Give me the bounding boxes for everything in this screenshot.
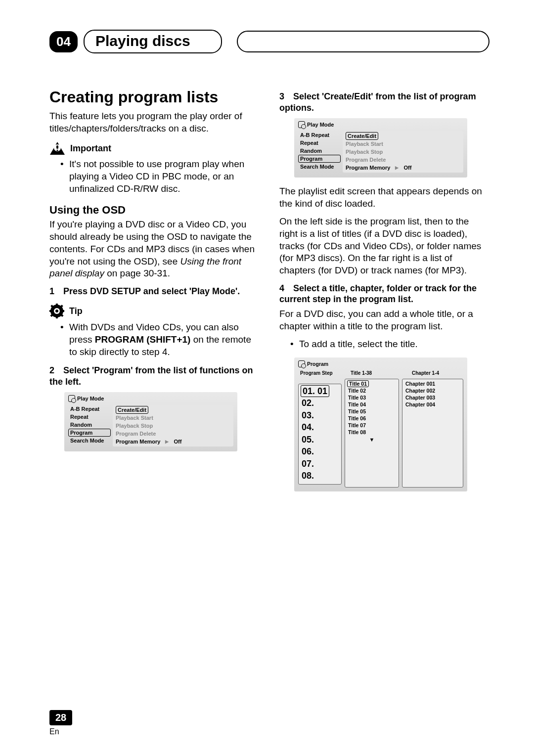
left-column: Creating program lists This feature lets… (49, 88, 260, 499)
step-4: 4Select a title, chapter, folder or trac… (279, 283, 490, 305)
page-footer: 28 En (49, 710, 72, 736)
program-step-item: 02. (301, 397, 339, 409)
osd-left-list: A-B RepeatRepeatRandomProgramSearch Mode (68, 405, 113, 446)
program-title-item: Title 04 (347, 401, 397, 408)
program-title-item: Title 01 (347, 380, 369, 387)
program-step-col: 01. 0102.03.04.05.06.07.08. (298, 384, 342, 485)
page-number: 28 (49, 710, 72, 725)
intro-text: This feature lets you program the play o… (49, 110, 260, 134)
osd-left-list: A-B RepeatRepeatRandomProgramSearch Mode (298, 131, 343, 173)
chapter-number-badge: 04 (49, 31, 78, 52)
step-3: 3Select 'Create/Edit' from the list of p… (279, 91, 490, 113)
header-empty-box (237, 31, 490, 52)
osd-left-item: A-B Repeat (68, 405, 111, 413)
program-title-item: Title 05 (347, 408, 397, 415)
chapter-header: 04 Playing discs (49, 30, 490, 53)
svg-point-3 (56, 150, 58, 151)
osd-left-item: Random (68, 421, 111, 429)
tip-body-bold: PROGRAM (SHIFT+1) (95, 334, 191, 345)
osd-left-item: Repeat (298, 139, 341, 147)
osd-right-item: Playback Stop (116, 422, 230, 430)
disc-icon (298, 121, 305, 128)
col-step-head: Program Step (300, 370, 344, 376)
language-code: En (49, 727, 72, 736)
svg-point-14 (55, 310, 58, 312)
after-osd-2: On the left side is the program list, th… (279, 216, 490, 276)
chapter-title: Playing discs (84, 30, 222, 53)
osd-right-item: Program Delete (346, 156, 460, 164)
step-2-text: Select 'Program' from the list of functi… (49, 365, 253, 387)
down-arrow-icon: ▼ (347, 437, 397, 443)
osd-left-item: Random (298, 147, 341, 155)
program-step-item: 04. (301, 421, 339, 434)
program-panel-title: Program (307, 361, 328, 367)
osd-left-item: Program (68, 429, 111, 437)
program-chapter-col: Chapter 001Chapter 002Chapter 003Chapter… (402, 379, 463, 488)
important-body: It's not possible to use program play wh… (69, 158, 260, 195)
svg-rect-8 (62, 310, 64, 312)
important-label: Important (70, 143, 111, 154)
osd-right-list: Create/EditPlayback StartPlayback StopPr… (343, 131, 463, 173)
osd-right-item: Program Delete (116, 430, 230, 438)
osd-body: If you're playing a DVD disc or a Video … (49, 219, 260, 279)
osd-left-item: Search Mode (68, 437, 111, 445)
osd-panel-right: Play Mode A-B RepeatRepeatRandomProgramS… (294, 118, 467, 178)
program-editor-panel: Program Program Step Title 1-38 Chapter … (294, 357, 467, 491)
program-title-col: Title 01Title 02Title 03Title 04Title 05… (345, 379, 399, 488)
step-3-text: Select 'Create/Edit' from the list of pr… (279, 91, 476, 113)
program-step-item: 05. (301, 434, 339, 446)
tip-body: With DVDs and Video CDs, you can also pr… (69, 321, 260, 358)
step-4-body: For a DVD disc, you can add a whole titl… (279, 308, 490, 332)
osd-program-memory: Program Memory▶Off (346, 164, 460, 172)
program-step-item: 01. 01 (301, 385, 329, 398)
osd-right-item: Playback Start (346, 140, 460, 148)
osd-body-part2: on page 30-31. (104, 268, 170, 278)
program-chapter-item: Chapter 004 (404, 401, 461, 408)
program-step-item: 07. (301, 458, 339, 470)
step-2: 2Select 'Program' from the list of funct… (49, 365, 260, 387)
program-chapter-item: Chapter 002 (404, 387, 461, 394)
program-title-item: Title 03 (347, 394, 397, 401)
col-title-head: Title 1-38 (351, 370, 405, 376)
right-column: 3Select 'Create/Edit' from the list of p… (279, 88, 490, 499)
osd-left-item: Search Mode (298, 163, 341, 171)
step-4-text: Select a title, chapter, folder or track… (279, 283, 477, 305)
program-title-item: Title 08 (347, 429, 397, 436)
osd-left-item: A-B Repeat (298, 131, 341, 139)
step-1: 1Press DVD SETUP and select 'Play Mode'. (49, 286, 260, 297)
disc-icon (68, 395, 75, 402)
warning-icon (49, 141, 65, 155)
osd-program-memory: Program Memory▶Off (116, 438, 230, 445)
osd-panel-left: Play Mode A-B RepeatRepeatRandomProgramS… (64, 392, 237, 451)
osd-right-list: Create/EditPlayback StartPlayback StopPr… (113, 405, 233, 446)
important-callout: Important (49, 141, 260, 155)
col-chapter-head: Chapter 1-4 (412, 370, 461, 376)
tip-callout: Tip (49, 304, 260, 318)
program-chapter-item: Chapter 003 (404, 394, 461, 401)
after-osd-1: The playlist edit screen that appears de… (279, 185, 490, 210)
osd-right-item: Create/Edit (116, 406, 148, 414)
program-step-item: 06. (301, 445, 339, 458)
svg-rect-6 (56, 316, 58, 318)
tip-label: Tip (69, 306, 83, 316)
program-title-item: Title 07 (347, 422, 397, 429)
program-step-item: 08. (301, 470, 339, 482)
step-4-bullet: To add a title, select the title. (299, 338, 490, 351)
svg-rect-5 (56, 304, 58, 306)
osd-right-item: Create/Edit (346, 132, 378, 140)
osd-title: Play Mode (307, 122, 334, 128)
step-1-text: Press DVD SETUP and select 'Play Mode'. (63, 286, 240, 296)
subheading-osd: Using the OSD (49, 204, 260, 217)
osd-right-item: Playback Start (116, 414, 230, 422)
svg-rect-7 (49, 310, 52, 312)
program-chapter-item: Chapter 001 (404, 380, 461, 387)
program-title-item: Title 02 (347, 387, 397, 394)
gear-icon (49, 304, 64, 318)
svg-rect-2 (56, 145, 58, 149)
disc-icon (298, 360, 305, 367)
osd-title: Play Mode (77, 396, 104, 401)
program-step-item: 03. (301, 409, 339, 422)
osd-right-item: Playback Stop (346, 148, 460, 156)
osd-left-item: Repeat (68, 413, 111, 421)
program-title-item: Title 06 (347, 415, 397, 422)
